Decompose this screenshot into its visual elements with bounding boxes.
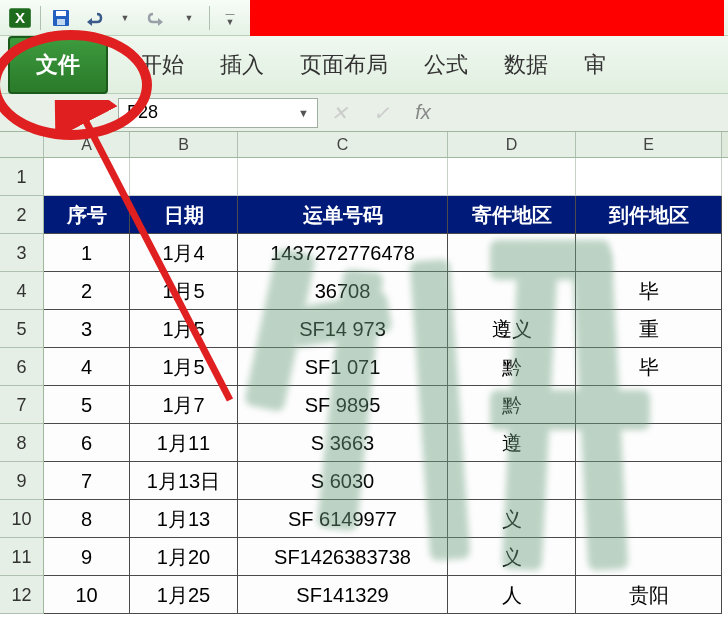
row-header-11[interactable]: 11 [0,538,44,576]
cell-A7[interactable]: 5 [44,386,130,424]
cell-A5[interactable]: 3 [44,310,130,348]
cell-E6[interactable]: 毕 [576,348,722,386]
select-all-corner[interactable] [0,132,44,157]
cell-D8[interactable]: 遵 [448,424,576,462]
cell-E9[interactable] [576,462,722,500]
cell-C6[interactable]: SF1 071 [238,348,448,386]
cell-D10[interactable]: 义 [448,500,576,538]
cell-D1[interactable] [448,158,576,196]
cell-D7[interactable]: 黔 [448,386,576,424]
tab-data[interactable]: 数据 [500,42,552,88]
cell-A8[interactable]: 6 [44,424,130,462]
tab-formulas[interactable]: 公式 [420,42,472,88]
cell-E7[interactable] [576,386,722,424]
row-header-3[interactable]: 3 [0,234,44,272]
cell-A2[interactable]: 序号 [44,196,130,234]
col-header-C[interactable]: C [238,132,448,157]
row-header-10[interactable]: 10 [0,500,44,538]
cell-C1[interactable] [238,158,448,196]
cell-D4[interactable] [448,272,576,310]
formula-input[interactable] [444,98,728,128]
cell-C7[interactable]: SF 9895 [238,386,448,424]
cell-E3[interactable] [576,234,722,272]
cell-C8[interactable]: S 3663 [238,424,448,462]
cell-B7[interactable]: 1月7 [130,386,238,424]
cell-B9[interactable]: 1月13日 [130,462,238,500]
row-3: 3 1 1月4 1437272776478 [0,234,728,272]
cell-D12[interactable]: 人 [448,576,576,614]
cell-B12[interactable]: 1月25 [130,576,238,614]
cell-B3[interactable]: 1月4 [130,234,238,272]
cell-B1[interactable] [130,158,238,196]
undo-dropdown-icon[interactable]: ▼ [111,4,139,32]
row-10: 10 8 1月13 SF 6149977 义 [0,500,728,538]
cell-C3[interactable]: 1437272776478 [238,234,448,272]
tab-home[interactable]: 开始 [136,42,188,88]
col-header-D[interactable]: D [448,132,576,157]
col-header-B[interactable]: B [130,132,238,157]
row-header-5[interactable]: 5 [0,310,44,348]
redo-dropdown-icon[interactable]: ▼ [175,4,203,32]
name-box[interactable]: F28 ▼ [118,98,318,128]
row-header-6[interactable]: 6 [0,348,44,386]
cell-A3[interactable]: 1 [44,234,130,272]
col-header-E[interactable]: E [576,132,722,157]
cell-A4[interactable]: 2 [44,272,130,310]
cell-D11[interactable]: 义 [448,538,576,576]
row-header-1[interactable]: 1 [0,158,44,196]
cell-B5[interactable]: 1月5 [130,310,238,348]
cell-C10[interactable]: SF 6149977 [238,500,448,538]
undo-icon[interactable] [79,4,107,32]
cell-C4[interactable]: 36708 [238,272,448,310]
cell-D2[interactable]: 寄件地区 [448,196,576,234]
cell-D5[interactable]: 遵义 [448,310,576,348]
cell-B8[interactable]: 1月11 [130,424,238,462]
row-header-8[interactable]: 8 [0,424,44,462]
row-header-9[interactable]: 9 [0,462,44,500]
cancel-icon[interactable]: ✕ [324,98,354,128]
cell-C2[interactable]: 运单号码 [238,196,448,234]
customize-qat-icon[interactable]: —▼ [216,4,244,32]
name-box-dropdown-icon[interactable]: ▼ [298,107,309,119]
row-header-2[interactable]: 2 [0,196,44,234]
cell-C5[interactable]: SF14 973 [238,310,448,348]
cell-E1[interactable] [576,158,722,196]
cell-A1[interactable] [44,158,130,196]
enter-icon[interactable]: ✓ [366,98,396,128]
cell-E11[interactable] [576,538,722,576]
cell-C12[interactable]: SF141329 [238,576,448,614]
cell-A6[interactable]: 4 [44,348,130,386]
cell-C9[interactable]: S 6030 [238,462,448,500]
cell-A12[interactable]: 10 [44,576,130,614]
cell-B10[interactable]: 1月13 [130,500,238,538]
cell-A11[interactable]: 9 [44,538,130,576]
cell-E4[interactable]: 毕 [576,272,722,310]
row-header-4[interactable]: 4 [0,272,44,310]
file-tab[interactable]: 文件 [8,36,108,94]
cell-B2[interactable]: 日期 [130,196,238,234]
cell-E12[interactable]: 贵阳 [576,576,722,614]
row-header-12[interactable]: 12 [0,576,44,614]
cell-B4[interactable]: 1月5 [130,272,238,310]
cell-A9[interactable]: 7 [44,462,130,500]
cell-B6[interactable]: 1月5 [130,348,238,386]
col-header-A[interactable]: A [44,132,130,157]
cell-E2[interactable]: 到件地区 [576,196,722,234]
save-icon[interactable] [47,4,75,32]
cell-A10[interactable]: 8 [44,500,130,538]
fx-icon[interactable]: fx [408,98,438,128]
cell-B11[interactable]: 1月20 [130,538,238,576]
tab-review[interactable]: 审 [580,42,610,88]
cell-E5[interactable]: 重 [576,310,722,348]
cell-D9[interactable] [448,462,576,500]
redo-icon[interactable] [143,4,171,32]
cell-E10[interactable] [576,500,722,538]
tab-page-layout[interactable]: 页面布局 [296,42,392,88]
cell-D6[interactable]: 黔 [448,348,576,386]
cell-C11[interactable]: SF1426383738 [238,538,448,576]
row-header-7[interactable]: 7 [0,386,44,424]
tab-insert[interactable]: 插入 [216,42,268,88]
cell-D3[interactable] [448,234,576,272]
cell-E8[interactable] [576,424,722,462]
excel-app-icon[interactable]: X [6,4,34,32]
